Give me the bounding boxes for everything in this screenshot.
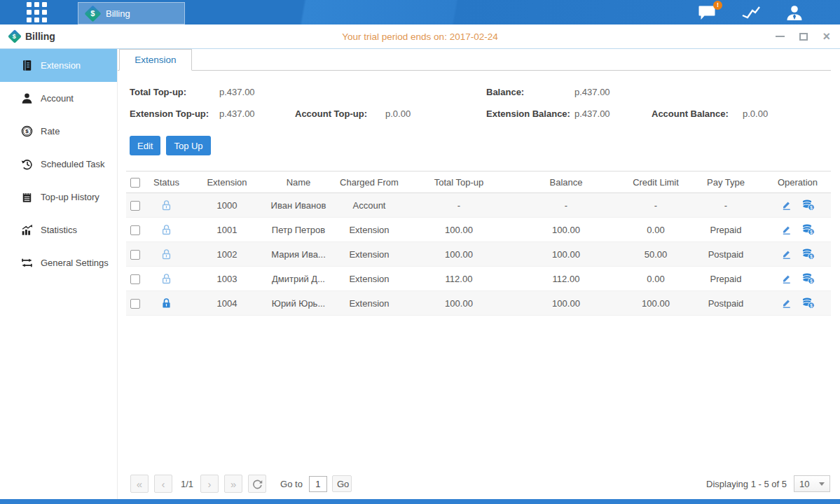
action-buttons: Edit Top Up: [118, 136, 840, 155]
minimize-button[interactable]: [776, 36, 785, 37]
cell-total-topup: 100.00: [410, 249, 508, 260]
sidebar-item-account[interactable]: Account: [0, 82, 117, 115]
extension-topup-label: Extension Top-up:: [130, 108, 219, 119]
grid-dot: [34, 18, 39, 22]
total-topup-value: p.437.00: [219, 87, 295, 97]
refresh-button[interactable]: [248, 475, 266, 493]
col-charged-from: Charged From: [329, 177, 410, 188]
unlocked-icon[interactable]: [161, 224, 172, 236]
col-pay-type: Pay Type: [687, 177, 764, 188]
refresh-icon: [252, 479, 263, 489]
sidebar-item-statistics[interactable]: Statistics: [0, 214, 117, 246]
cell-credit-limit: 100.00: [624, 298, 687, 309]
maximize-button[interactable]: [799, 33, 808, 41]
extension-table: Status Extension Name Charged From Total…: [126, 171, 831, 316]
col-credit-limit: Credit Limit: [624, 177, 687, 188]
sidebar-item-topup-history[interactable]: Top-up History: [0, 181, 117, 214]
billing-app-icon: $: [84, 5, 101, 22]
edit-pencil-icon[interactable]: [781, 298, 792, 309]
minimize-icon: [776, 36, 785, 37]
notifications-icon[interactable]: !: [698, 4, 717, 21]
cell-pay-type: Prepaid: [687, 225, 764, 235]
grid-dot: [34, 10, 39, 15]
clock-history-icon: [21, 158, 33, 170]
col-balance: Balance: [508, 177, 624, 188]
trial-notice: Your trial period ends on: 2017-02-24: [0, 31, 840, 42]
cell-credit-limit: 50.00: [624, 249, 687, 260]
cell-balance: -: [508, 200, 624, 211]
sidebar-item-rate[interactable]: $ Rate: [0, 115, 117, 148]
edit-pencil-icon[interactable]: [781, 200, 792, 211]
maximize-icon: [799, 33, 808, 41]
cell-pay-type: Postpaid: [687, 249, 764, 260]
user-account-icon[interactable]: [785, 4, 804, 21]
sidebar-item-scheduled-task[interactable]: Scheduled Task: [0, 148, 117, 181]
sidebar-item-general-settings[interactable]: General Settings: [0, 246, 117, 279]
unlocked-icon[interactable]: [161, 273, 172, 285]
bar-chart-icon: [21, 224, 33, 236]
billing-taskbar-tab-label: Billing: [106, 8, 130, 19]
row-checkbox[interactable]: [130, 225, 140, 235]
prev-page-button[interactable]: ‹: [154, 475, 172, 493]
table-row: 1002 Мария Ива... Extension 100.00 100.0…: [126, 242, 831, 267]
edit-pencil-icon[interactable]: [781, 273, 792, 284]
select-all-checkbox[interactable]: [130, 178, 140, 188]
row-checkbox[interactable]: [130, 201, 140, 211]
edit-button[interactable]: Edit: [130, 136, 160, 155]
row-checkbox[interactable]: [130, 299, 140, 309]
close-button[interactable]: ×: [822, 31, 830, 41]
cell-credit-limit: 0.00: [624, 225, 687, 235]
window-header: Your trial period ends on: 2017-02-24 $ …: [0, 24, 840, 49]
cell-charged-from: Extension: [329, 274, 410, 284]
sidebar-item-extension[interactable]: Extension: [0, 49, 117, 82]
top-up-coins-icon[interactable]: $: [801, 273, 815, 284]
last-page-button[interactable]: »: [224, 475, 242, 493]
page-size-select[interactable]: 10: [794, 475, 830, 492]
go-button[interactable]: Go: [332, 475, 352, 492]
summary-row-1: Total Top-up: p.437.00 Balance: p.437.00: [130, 81, 840, 103]
cell-credit-limit: -: [624, 200, 687, 211]
tab-extension[interactable]: Extension: [119, 49, 192, 71]
page-indicator: 1/1: [181, 479, 193, 489]
top-up-coins-icon[interactable]: $: [801, 224, 815, 235]
edit-pencil-icon[interactable]: [781, 224, 792, 235]
dollar-circle-icon: $: [21, 125, 33, 137]
billing-taskbar-tab[interactable]: $ Billing: [78, 2, 185, 24]
summary-panel: Total Top-up: p.437.00 Balance: p.437.00…: [118, 81, 840, 125]
top-up-coins-icon[interactable]: $: [801, 298, 815, 309]
next-page-button[interactable]: ›: [200, 475, 219, 493]
top-up-button[interactable]: Top Up: [166, 136, 210, 155]
cell-balance: 100.00: [508, 249, 624, 260]
cell-name: Юрий Юрь...: [268, 298, 329, 309]
bottom-taskbar-strip: [0, 499, 840, 504]
window-title-text: Billing: [25, 31, 55, 42]
unlocked-icon[interactable]: [161, 248, 172, 260]
cell-total-topup: -: [410, 200, 508, 211]
cell-charged-from: Account: [329, 200, 410, 211]
sidebar-item-label: Account: [41, 93, 74, 104]
edit-pencil-icon[interactable]: [781, 248, 792, 260]
grid-dot: [34, 2, 39, 7]
unlocked-icon[interactable]: [161, 200, 172, 211]
locked-icon[interactable]: [161, 298, 172, 309]
app-launcher-grid-icon[interactable]: [27, 2, 47, 22]
grid-dot: [27, 2, 32, 7]
row-checkbox[interactable]: [130, 274, 140, 284]
row-checkbox[interactable]: [130, 250, 140, 260]
account-balance-label: Account Balance:: [652, 108, 743, 119]
top-up-coins-icon[interactable]: $: [801, 200, 815, 211]
summary-row-2: Extension Top-up: p.437.00 Account Top-u…: [130, 103, 840, 125]
cell-name: Мария Ива...: [268, 249, 329, 260]
cell-total-topup: 100.00: [410, 225, 508, 235]
goto-label: Go to: [280, 479, 303, 489]
monitor-chart-icon[interactable]: [741, 4, 762, 21]
cell-name: Петр Петров: [268, 225, 329, 235]
arrows-exchange-icon: [21, 257, 33, 269]
pagination-bar: « ‹ 1/1 › » Go to Go Displaying 1 - 5 of…: [118, 475, 840, 499]
cell-name: Иван Иванов: [268, 200, 329, 211]
person-icon: [21, 92, 33, 104]
first-page-button[interactable]: «: [130, 475, 149, 493]
goto-page-input[interactable]: [309, 476, 327, 492]
top-up-coins-icon[interactable]: $: [801, 248, 815, 260]
cell-pay-type: -: [687, 200, 764, 211]
